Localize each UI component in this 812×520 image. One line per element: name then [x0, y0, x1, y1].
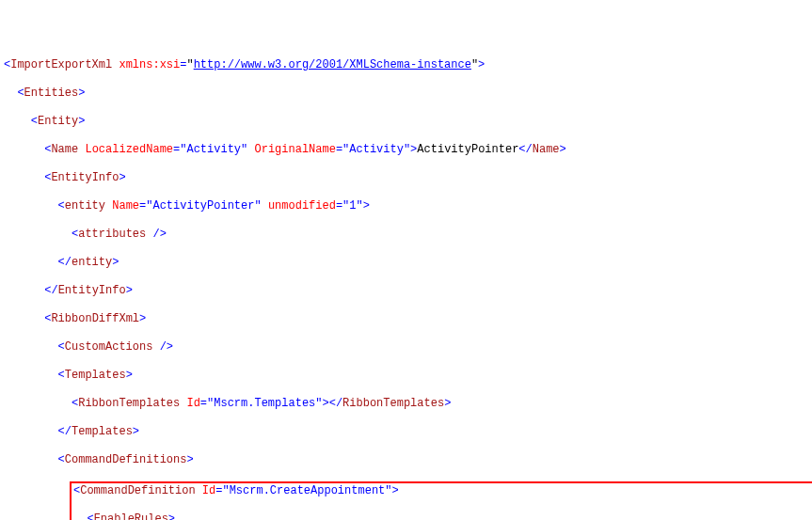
token: http://www.w3.org/2001/XMLSchema-instanc…	[194, 58, 471, 71]
token: >	[119, 171, 125, 184]
token: ="1">	[336, 199, 370, 213]
token: Name	[112, 199, 139, 213]
token: <	[58, 340, 65, 354]
token: Name	[51, 143, 78, 156]
token: >	[126, 369, 133, 382]
token: EnableRules	[94, 512, 168, 520]
token: EntityInfo	[51, 171, 119, 184]
token: RibbonTemplates	[342, 397, 444, 410]
token: </	[58, 256, 72, 269]
token: </	[44, 284, 57, 297]
token: >	[560, 143, 566, 156]
code-line: <attributes />	[4, 228, 812, 242]
code-line: <RibbonDiffXml>	[4, 312, 812, 326]
token: </	[518, 143, 532, 156]
highlight-box: <CommandDefinition Id="Mscrm.CreateAppoi…	[70, 481, 812, 520]
token: ActivityPointer	[417, 143, 518, 156]
token: <	[58, 369, 65, 382]
code-line: <CommandDefinition Id="Mscrm.CreateAppoi…	[73, 484, 812, 498]
token: ="Mscrm.Templates"></	[200, 397, 342, 410]
token: ImportExportXml	[10, 58, 112, 71]
token: >	[126, 284, 133, 297]
token: "	[186, 58, 193, 71]
token: Templates	[72, 425, 133, 438]
token: <	[31, 115, 38, 128]
token: CommandDefinitions	[65, 453, 187, 466]
token: ="Mscrm.CreateAppointment">	[215, 484, 398, 497]
token: Entities	[24, 87, 79, 100]
code-line: </entity>	[4, 256, 812, 270]
token: >	[78, 87, 85, 100]
token: entity	[65, 199, 105, 213]
token: Id	[186, 397, 199, 410]
token: <	[17, 87, 24, 100]
token: <	[58, 199, 65, 213]
token: >	[133, 425, 139, 438]
token: >	[139, 312, 146, 325]
token: />	[152, 340, 173, 354]
code-line: <Name LocalizedName="Activity" OriginalN…	[4, 143, 812, 157]
token: ="Activity"	[173, 143, 247, 156]
code-line: <CommandDefinitions>	[4, 453, 812, 467]
token: RibbonDiffXml	[51, 312, 139, 325]
code-line: <RibbonTemplates Id="Mscrm.Templates"></…	[4, 397, 812, 411]
code-line: <EntityInfo>	[4, 171, 812, 185]
token: Entity	[38, 115, 78, 128]
token: LocalizedName	[85, 143, 173, 156]
token: >	[186, 453, 193, 466]
code-line: <Entity>	[4, 115, 812, 129]
code-line: <CustomActions />	[4, 340, 812, 355]
token: >	[168, 512, 175, 520]
token: Templates	[65, 369, 126, 382]
token: >	[78, 115, 85, 128]
token: >	[478, 58, 485, 71]
token: attributes	[78, 228, 146, 241]
token: entity	[72, 256, 112, 269]
token: Name	[533, 143, 560, 156]
token: ="Activity">	[336, 143, 417, 156]
token: OriginalName	[254, 143, 335, 156]
token: CommandDefinition	[80, 484, 195, 497]
token: Id	[202, 484, 215, 497]
token: </	[58, 425, 72, 438]
code-line: <Templates>	[4, 369, 812, 383]
token: ="ActivityPointer"	[139, 199, 262, 213]
highlight-wrapper: <CommandDefinition Id="Mscrm.CreateAppoi…	[4, 481, 812, 520]
token: >	[444, 397, 451, 410]
code-line: <ImportExportXml xmlns:xsi="http://www.w…	[4, 58, 812, 72]
token: CustomActions	[65, 340, 153, 354]
token: xmlns:xsi	[119, 58, 180, 71]
code-line: <entity Name="ActivityPointer" unmodifie…	[4, 199, 812, 213]
xml-code-view: <ImportExportXml xmlns:xsi="http://www.w…	[4, 58, 812, 520]
code-line: <Entities>	[4, 87, 812, 101]
code-line: </EntityInfo>	[4, 284, 812, 298]
token: <	[58, 453, 65, 466]
token: EntityInfo	[58, 284, 126, 297]
code-line: <EnableRules>	[73, 512, 812, 520]
code-line: </Templates>	[4, 425, 812, 439]
token: RibbonTemplates	[78, 397, 180, 410]
token: unmodified	[268, 199, 336, 213]
token: />	[146, 228, 167, 241]
token: >	[112, 256, 119, 269]
token: <	[87, 512, 93, 520]
